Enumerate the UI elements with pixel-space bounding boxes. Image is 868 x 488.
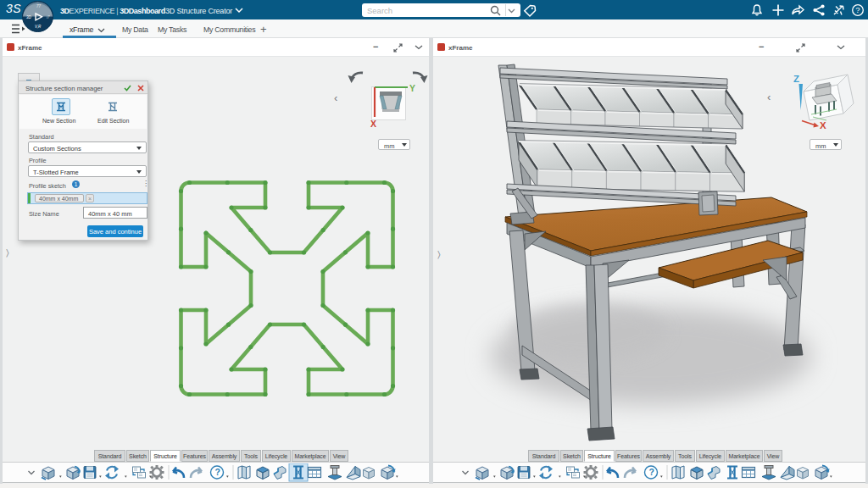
svg-text:X: X bbox=[370, 119, 376, 129]
svg-text:3D: 3D bbox=[26, 15, 32, 19]
svg-text:X: X bbox=[820, 120, 826, 130]
svg-text:V,R: V,R bbox=[35, 25, 42, 29]
svg-text:i7: i7 bbox=[47, 15, 50, 19]
svg-text:?: ? bbox=[855, 5, 860, 14]
svg-text:Z: Z bbox=[793, 74, 799, 84]
svg-text:Y: Y bbox=[409, 83, 415, 93]
svg-text:77: 77 bbox=[36, 4, 42, 8]
